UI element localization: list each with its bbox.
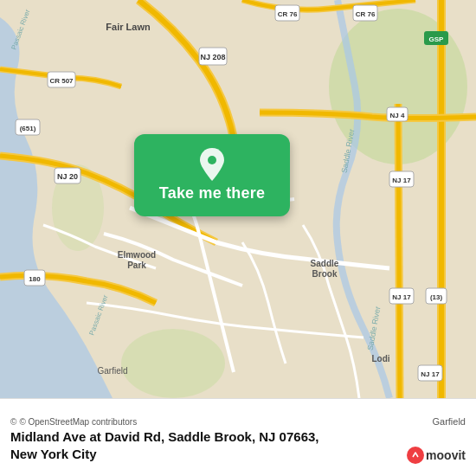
take-me-there-button[interactable]: Take me there [134, 134, 290, 216]
svg-text:Lodi: Lodi [371, 354, 389, 363]
info-top-row: © © OpenStreetMap contributors Garfield [10, 416, 466, 427]
svg-text:GSP: GSP [429, 35, 445, 43]
moovit-icon [407, 447, 424, 464]
location-pin-icon [199, 148, 225, 181]
moovit-logo: moovit [407, 447, 466, 464]
svg-text:CR 76: CR 76 [356, 10, 376, 18]
osm-attribution: © © OpenStreetMap contributors [10, 417, 137, 427]
moovit-brand-text: moovit [426, 448, 466, 462]
svg-text:(651): (651) [20, 125, 36, 132]
svg-text:NJ 20: NJ 20 [57, 172, 78, 181]
svg-text:180: 180 [29, 275, 41, 283]
svg-text:Brook: Brook [312, 269, 338, 279]
osm-text: © OpenStreetMap contributors [19, 417, 137, 427]
svg-text:Garfield: Garfield [97, 366, 127, 376]
svg-text:Elmwood: Elmwood [118, 250, 156, 260]
map-container: CR 76 CR 76 NJ 208 GSP (651) NJ 4 NJ 20 … [0, 0, 476, 398]
svg-text:NJ 4: NJ 4 [390, 112, 405, 119]
svg-text:CR 76: CR 76 [278, 10, 298, 18]
svg-text:NJ 208: NJ 208 [200, 53, 225, 61]
svg-text:CR 507: CR 507 [49, 77, 74, 85]
address-text: Midland Ave at David Rd, Saddle Brook, N… [10, 429, 319, 444]
svg-text:NJ 17: NJ 17 [392, 177, 411, 184]
svg-text:Saddle: Saddle [311, 259, 339, 268]
svg-point-42 [409, 449, 421, 461]
svg-text:(13): (13) [430, 293, 443, 301]
svg-point-41 [208, 156, 216, 164]
address-line2: New York City [10, 446, 466, 463]
svg-text:Fair Lawn: Fair Lawn [106, 22, 151, 32]
address-line1: Midland Ave at David Rd, Saddle Brook, N… [10, 428, 466, 446]
garfield-label: Garfield [432, 416, 466, 427]
info-bar: © © OpenStreetMap contributors Garfield … [0, 398, 476, 476]
copyright-icon: © [10, 417, 16, 427]
svg-text:NJ 17: NJ 17 [421, 370, 440, 378]
take-me-there-label: Take me there [159, 184, 265, 203]
svg-text:NJ 17: NJ 17 [392, 293, 411, 301]
city-text: New York City [10, 447, 96, 461]
svg-text:Park: Park [127, 261, 146, 270]
svg-point-2 [121, 329, 225, 398]
